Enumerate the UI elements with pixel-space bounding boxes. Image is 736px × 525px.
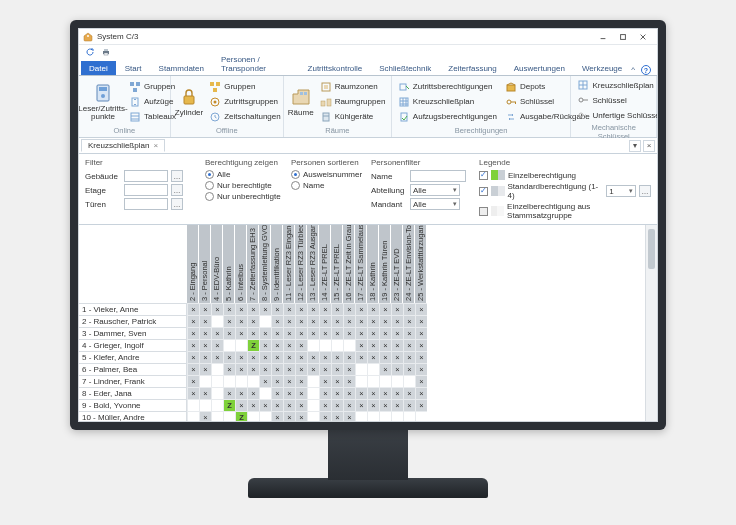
matrix-cell[interactable]: × — [295, 387, 307, 399]
matrix-cell[interactable]: × — [415, 399, 427, 411]
ribbon-btn-raumgruppen[interactable]: Raumgruppen — [318, 95, 388, 109]
close-button[interactable] — [633, 30, 653, 44]
filter-tueren-input[interactable] — [124, 198, 168, 210]
matrix-cell[interactable]: × — [235, 315, 247, 327]
ribbon-btn-leser[interactable]: Leser/Zutritts- punkte — [83, 78, 123, 125]
matrix-cell[interactable] — [367, 411, 379, 421]
matrix-cell[interactable]: × — [367, 351, 379, 363]
matrix-cell[interactable] — [355, 363, 367, 375]
matrix-cell[interactable]: × — [319, 315, 331, 327]
matrix-cell[interactable] — [307, 387, 319, 399]
matrix-cell[interactable] — [223, 339, 235, 351]
filter-gebaeude-input[interactable] — [124, 170, 168, 182]
matrix-cell[interactable]: × — [235, 327, 247, 339]
matrix-cell[interactable]: × — [379, 399, 391, 411]
matrix-cell[interactable]: × — [223, 303, 235, 315]
matrix-cell[interactable]: × — [331, 387, 343, 399]
matrix-cell[interactable] — [403, 411, 415, 421]
matrix-cell[interactable]: × — [235, 387, 247, 399]
matrix-cell[interactable]: Z — [235, 411, 247, 421]
matrix-cell[interactable]: × — [307, 315, 319, 327]
matrix-cell[interactable]: × — [271, 375, 283, 387]
matrix-cell[interactable]: × — [223, 315, 235, 327]
filter-tueren-picker[interactable]: … — [171, 198, 183, 210]
column-header[interactable]: 23 - ZE-LT EVD — [391, 225, 403, 303]
radio-nur-unberechtigte[interactable]: Nur unberechtigte — [205, 192, 283, 201]
matrix-cell[interactable]: × — [271, 387, 283, 399]
matrix-cell[interactable]: × — [391, 399, 403, 411]
matrix-cell[interactable]: × — [283, 339, 295, 351]
matrix-cell[interactable]: × — [271, 411, 283, 421]
matrix-cell[interactable]: × — [331, 327, 343, 339]
matrix-cell[interactable]: × — [235, 303, 247, 315]
ribbon-btn-zeitschaltungen[interactable]: Zeitschaltungen — [207, 110, 282, 124]
matrix-cell[interactable]: × — [355, 399, 367, 411]
matrix-cell[interactable]: Z — [247, 339, 259, 351]
row-header[interactable]: 10 - Müller, Andre — [79, 411, 187, 421]
matrix-cell[interactable]: × — [415, 387, 427, 399]
matrix-cell[interactable] — [211, 399, 223, 411]
matrix-cell[interactable]: × — [211, 303, 223, 315]
radio-sort-ausweis[interactable]: Ausweisnummer — [291, 170, 363, 179]
doc-menu-button[interactable]: ▾ — [629, 140, 641, 152]
matrix-cell[interactable]: × — [391, 339, 403, 351]
matrix-cell[interactable]: × — [295, 339, 307, 351]
matrix-cell[interactable]: × — [391, 363, 403, 375]
matrix-cell[interactable]: × — [199, 303, 211, 315]
ribbon-tab-werkzeuge[interactable]: Werkzeuge — [574, 61, 630, 75]
matrix-cell[interactable]: × — [187, 315, 199, 327]
ribbon-btn-raumzonen[interactable]: Raumzonen — [318, 80, 388, 94]
pf-mandant-select[interactable]: Alle▾ — [410, 198, 460, 210]
matrix-cell[interactable]: × — [415, 303, 427, 315]
matrix-cell[interactable]: × — [199, 327, 211, 339]
matrix-cell[interactable]: × — [295, 411, 307, 421]
row-header[interactable]: 1 - Vieker, Anne — [79, 303, 187, 315]
matrix-cell[interactable]: × — [331, 375, 343, 387]
matrix-cell[interactable]: × — [283, 363, 295, 375]
matrix-cell[interactable] — [187, 399, 199, 411]
matrix-cell[interactable]: × — [295, 363, 307, 375]
matrix-cell[interactable] — [307, 411, 319, 421]
matrix-cell[interactable]: × — [379, 351, 391, 363]
column-header[interactable]: 24 - ZE-LT Envision-Touch-LT — [403, 225, 415, 303]
matrix-cell[interactable]: × — [331, 315, 343, 327]
matrix-cell[interactable]: × — [199, 411, 211, 421]
matrix-cell[interactable] — [199, 375, 211, 387]
matrix-cell[interactable]: × — [247, 351, 259, 363]
column-header[interactable]: 9 - Identifikation — [271, 225, 283, 303]
ribbon-btn-unfertige[interactable]: Unfertige Schlüssel — [575, 108, 658, 122]
matrix-cell[interactable]: × — [403, 315, 415, 327]
matrix-cell[interactable] — [403, 375, 415, 387]
matrix-cell[interactable]: × — [403, 303, 415, 315]
matrix-cell[interactable]: × — [259, 351, 271, 363]
matrix-cell[interactable]: × — [259, 375, 271, 387]
column-header[interactable]: 25 - Werkstatttürzugang LEO — [415, 225, 427, 303]
row-header[interactable]: 7 - Lindner, Frank — [79, 375, 187, 387]
matrix-cell[interactable]: × — [355, 303, 367, 315]
matrix-cell[interactable]: Z — [223, 399, 235, 411]
matrix-cell[interactable]: × — [367, 399, 379, 411]
matrix-cell[interactable]: × — [343, 351, 355, 363]
column-header[interactable]: 19 - Kathrin Türen — [379, 225, 391, 303]
matrix-cell[interactable]: × — [379, 339, 391, 351]
matrix-cell[interactable]: × — [355, 387, 367, 399]
matrix-cell[interactable]: × — [415, 351, 427, 363]
matrix-cell[interactable]: × — [307, 303, 319, 315]
matrix-cell[interactable] — [199, 399, 211, 411]
matrix-cell[interactable] — [235, 375, 247, 387]
matrix-cell[interactable]: × — [187, 351, 199, 363]
matrix-cell[interactable]: × — [319, 327, 331, 339]
matrix-cell[interactable] — [319, 339, 331, 351]
matrix-cell[interactable]: × — [367, 315, 379, 327]
matrix-cell[interactable] — [343, 339, 355, 351]
matrix-cell[interactable]: × — [355, 315, 367, 327]
matrix-cell[interactable]: × — [247, 303, 259, 315]
maximize-button[interactable] — [613, 30, 633, 44]
matrix-cell[interactable]: × — [283, 411, 295, 421]
radio-alle[interactable]: Alle — [205, 170, 283, 179]
legende-std-select[interactable]: 1▾ — [606, 185, 636, 197]
matrix-cell[interactable]: × — [259, 327, 271, 339]
matrix-cell[interactable]: × — [271, 303, 283, 315]
matrix-cell[interactable]: × — [187, 339, 199, 351]
matrix-cell[interactable] — [259, 411, 271, 421]
